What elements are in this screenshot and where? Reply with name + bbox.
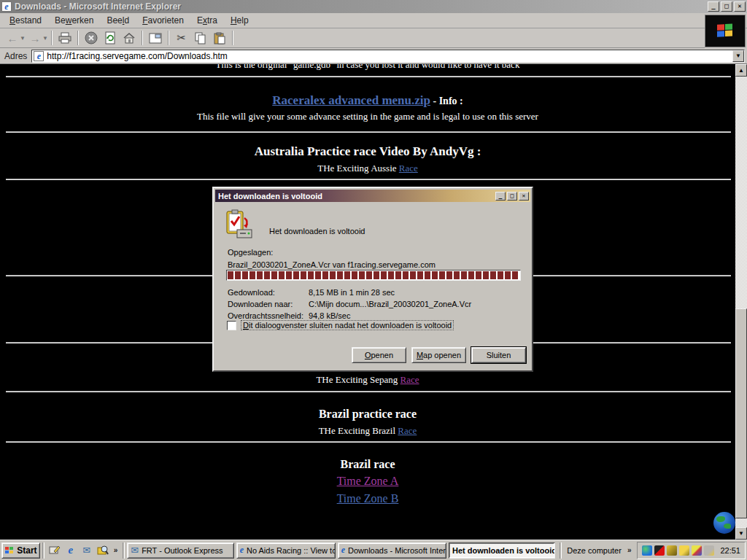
task-no-aids-racing[interactable]: e No Aids Racing :: View topic ... [236, 542, 336, 559]
downloaded-label: Gedownload: [228, 288, 275, 297]
dialog-minimize-button[interactable]: _ [495, 192, 506, 201]
print-icon[interactable] [55, 30, 74, 47]
address-bar: Adres e http://f1racing.servegame.com/Do… [0, 48, 747, 64]
volume-icon[interactable] [679, 545, 689, 556]
start-label: Start [17, 545, 36, 556]
windows-flag-icon [4, 546, 15, 555]
brazil-race-heading: Brazil race [0, 458, 735, 471]
fullscreen-icon[interactable] [146, 30, 165, 47]
menu-bewerken[interactable]: Bewerken [48, 13, 100, 28]
desktop-screen: e Downloads - Microsoft Internet Explore… [0, 0, 747, 560]
menu-favorieten[interactable]: Favorieten [136, 13, 190, 28]
start-button[interactable]: Start [1, 542, 40, 559]
open-folder-button[interactable]: Map openen [411, 347, 466, 363]
scheduler-icon[interactable] [667, 545, 677, 556]
address-url: http://f1racing.servegame.com/Downloads.… [47, 51, 227, 61]
network-globe-icon[interactable] [642, 545, 652, 556]
tray-clock: 22:51 [720, 546, 740, 555]
display-icon[interactable] [692, 545, 702, 556]
minimize-button[interactable]: _ [708, 1, 719, 12]
paste-icon[interactable] [210, 30, 229, 47]
taskbar-separator [42, 542, 44, 559]
close-dialog-checkbox-label[interactable]: Dit dialoogvenster sluiten nadat het dow… [241, 320, 454, 330]
clipped-text-line: This is the original "game.gdb" in case … [0, 64, 735, 71]
cut-icon[interactable]: ✂ [172, 30, 191, 47]
close-button[interactable]: ✕ [734, 1, 746, 12]
timezone-a-link[interactable]: Time Zone A [337, 475, 399, 487]
aussie-text: THe Exciting Aussie [317, 163, 399, 174]
horizontal-rule [6, 76, 731, 77]
page-content: This is the original "game.gdb" in case … [0, 64, 747, 540]
download-to-value: C:\Mijn docum...\Brazil_20030201_ZoneA.V… [309, 300, 471, 308]
system-tray: 22:51 [637, 542, 746, 559]
scroll-down-icon[interactable]: ▼ [735, 527, 747, 540]
address-toolbar-chevron-icon[interactable]: » [626, 546, 633, 554]
close-dialog-button[interactable]: Sluiten [471, 347, 526, 363]
quick-launch-overflow-icon[interactable]: » [112, 546, 120, 554]
printer-icon[interactable] [704, 545, 714, 556]
show-desktop-icon[interactable] [48, 544, 61, 557]
refresh-icon[interactable] [101, 30, 120, 47]
brazil-text: THe Exciting Brazil [319, 425, 398, 436]
modem-icon[interactable] [654, 545, 665, 556]
dialog-close-button[interactable]: ✕ [519, 192, 529, 201]
task-outlook-express[interactable]: ✉ FRT - Outlook Express [127, 542, 233, 559]
downloaded-value: 8,15 MB in 1 min 28 sec [309, 288, 395, 297]
toolbar-separator [168, 31, 169, 45]
window-title: Downloads - Microsoft Internet Explorer [15, 1, 706, 12]
outlook-express-icon[interactable]: ✉ [80, 544, 93, 557]
toolbar-separator [142, 31, 143, 45]
restore-button[interactable]: □ [721, 1, 732, 12]
toolbar-separator [232, 31, 233, 45]
dialog-title: Het downloaden is voltooid [218, 192, 494, 201]
task-download-complete[interactable]: Het downloaden is voltooid [449, 542, 555, 559]
horizontal-rule [6, 131, 731, 132]
address-input[interactable]: e http://f1racing.servegame.com/Download… [31, 50, 745, 63]
menu-extra[interactable]: Extra [190, 13, 224, 28]
dialog-maximize-button[interactable]: □ [507, 192, 517, 201]
home-icon[interactable] [120, 30, 139, 47]
forward-dropdown-icon[interactable]: ▼ [42, 35, 48, 42]
stop-icon[interactable] [82, 30, 101, 47]
aussie-race-link[interactable]: Race [399, 163, 418, 174]
horizontal-rule [6, 179, 731, 179]
dialog-body: Het downloaden is voltooid Opgeslagen: B… [215, 202, 530, 369]
task-downloads-ie[interactable]: e Downloads - Microsoft Intern... [338, 542, 446, 559]
address-dropdown-icon[interactable]: ▼ [732, 50, 744, 62]
outlook-express-icon: ✉ [131, 545, 139, 556]
taskbar-separator [123, 542, 125, 559]
close-dialog-checkbox[interactable] [227, 321, 236, 330]
taskbar: Start e ✉ » ✉ FRT - Outlook Express e No… [0, 540, 747, 560]
menu-bestand[interactable]: Bestand [3, 13, 48, 28]
horizontal-rule [6, 441, 731, 442]
timezone-b-link[interactable]: Time Zone B [337, 492, 399, 505]
dialog-titlebar[interactable]: Het downloaden is voltooid _ □ ✕ [215, 190, 530, 202]
raceralex-info-label: - Info : [430, 96, 463, 106]
scrollbar-thumb[interactable] [735, 308, 747, 518]
horizontal-rule [6, 391, 731, 392]
open-button[interactable]: Openen [352, 347, 406, 363]
download-complete-dialog: Het downloaden is voltooid _ □ ✕ Het [212, 187, 533, 372]
raceralex-description: This file will give your some advance se… [0, 111, 735, 122]
saved-label: Opgeslagen: [228, 248, 273, 257]
vertical-scrollbar[interactable]: ▲ ▼ [735, 64, 747, 540]
australia-heading: Australia Practice race Video By AndyVg … [0, 144, 735, 159]
sepang-race-link[interactable]: Race [400, 374, 419, 385]
back-dropdown-icon[interactable]: ▼ [20, 35, 26, 42]
scroll-up-icon[interactable]: ▲ [735, 64, 747, 77]
menu-beeld[interactable]: Beeld [100, 13, 136, 28]
toolbar-separator [51, 31, 53, 45]
copy-icon[interactable] [191, 30, 210, 47]
brazil-practice-heading: Brazil practice race [0, 408, 735, 421]
brazil-race-link[interactable]: Race [398, 425, 417, 436]
search-icon[interactable] [96, 544, 109, 557]
download-complete-icon [225, 209, 253, 240]
raceralex-zip-link[interactable]: Raceralex advanced menu.zip [272, 93, 430, 107]
internet-explorer-icon[interactable]: e [64, 544, 77, 557]
taskbar-separator [560, 542, 562, 559]
windows-flag-icon [716, 23, 735, 39]
internet-explorer-icon: e [341, 545, 345, 556]
taskbar-address-toolbar[interactable]: Deze computer » [564, 546, 635, 555]
menu-help[interactable]: Help [224, 13, 255, 28]
saved-filename: Brazil_20030201_ZoneA.Vcr van f1racing.s… [228, 260, 436, 269]
